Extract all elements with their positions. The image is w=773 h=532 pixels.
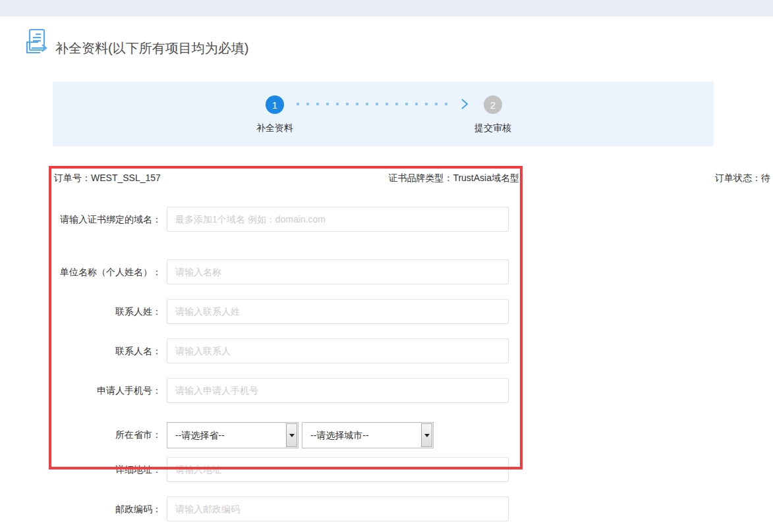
form-row-contact-lastname: 联系人姓：: [0, 299, 773, 325]
contact-lastname-input[interactable]: [167, 299, 509, 324]
step-1-label: 补全资料: [229, 122, 321, 134]
zipcode-input[interactable]: [167, 496, 509, 521]
phone-label: 申请人手机号：: [0, 378, 161, 403]
city-select-value: --请选择城市--: [310, 423, 369, 448]
province-city-label: 所在省市：: [0, 422, 161, 447]
form-row-province-city: 所在省市： --请选择省-- --请选择城市--: [0, 422, 773, 448]
chevron-down-icon: [286, 423, 297, 447]
form-row-phone: 申请人手机号：: [0, 378, 773, 404]
document-export-icon: [22, 28, 50, 55]
order-status: 订单状态：待: [715, 173, 773, 184]
address-label: 详细地址：: [0, 457, 161, 482]
order-number-value: WEST_SSL_157: [91, 173, 161, 183]
contact-lastname-label: 联系人姓：: [0, 299, 161, 324]
order-number: 订单号：WEST_SSL_157: [54, 173, 161, 184]
contact-firstname-label: 联系人名：: [0, 338, 161, 363]
form-row-contact-firstname: 联系人名：: [0, 338, 773, 365]
order-number-label: 订单号：: [54, 173, 91, 183]
chevron-down-icon: [421, 423, 432, 447]
step-2-label: 提交审核: [447, 122, 539, 134]
company-name-label: 单位名称（个人姓名）：: [0, 259, 161, 284]
step-2-circle: 2: [484, 95, 502, 114]
zipcode-label: 邮政编码：: [0, 496, 161, 521]
city-select[interactable]: --请选择城市--: [302, 422, 434, 448]
certificate-brand-label: 证书品牌类型：: [388, 173, 453, 183]
page: 补全资料(以下所有项目均为必填) 1 2 补全资料 提交审核 订单号：WEST_…: [0, 0, 773, 532]
step-1-circle: 1: [266, 95, 284, 114]
arrow-right-icon: [459, 98, 471, 110]
contact-firstname-input[interactable]: [167, 338, 509, 363]
stepper-dotted-line: [297, 103, 453, 106]
order-status-value: 待: [761, 173, 770, 183]
phone-input[interactable]: [167, 378, 509, 403]
order-status-label: 订单状态：: [715, 173, 761, 183]
certificate-brand-value: TrustAsia域名型: [453, 173, 519, 183]
domain-label: 请输入证书绑定的域名：: [0, 207, 161, 232]
form-row-zipcode: 邮政编码：: [0, 496, 773, 523]
province-select-value: --请选择省--: [175, 423, 225, 448]
company-name-input[interactable]: [167, 259, 509, 284]
domain-input[interactable]: [167, 207, 509, 232]
form-row-domain: 请输入证书绑定的域名：: [0, 207, 773, 233]
certificate-brand: 证书品牌类型：TrustAsia域名型: [388, 173, 519, 184]
stepper: 1 2 补全资料 提交审核: [53, 82, 714, 146]
form-row-address: 详细地址：: [0, 457, 773, 483]
top-bar: [0, 0, 773, 16]
province-select[interactable]: --请选择省--: [167, 422, 299, 448]
form-row-company-name: 单位名称（个人姓名）：: [0, 259, 773, 286]
address-input[interactable]: [167, 457, 509, 482]
page-title: 补全资料(以下所有项目均为必填): [55, 40, 248, 57]
